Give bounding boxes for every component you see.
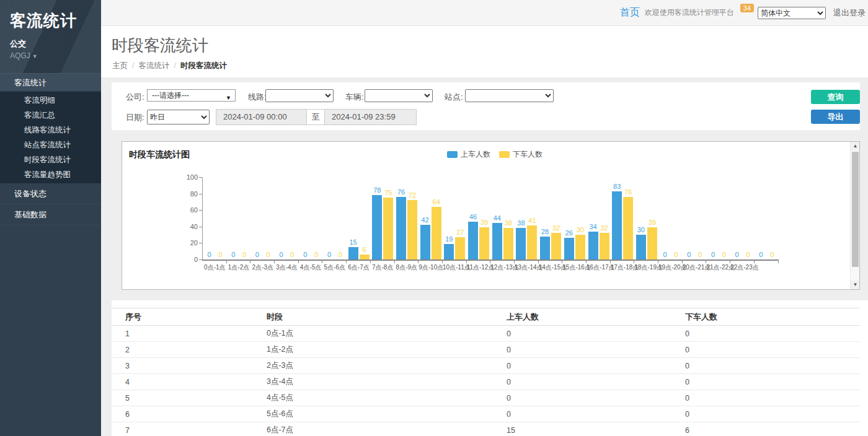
bar-value-label: 76 [623, 188, 633, 196]
sidebar-item-4[interactable]: 时段客流统计 [0, 152, 101, 167]
table-cell: 0 [671, 326, 860, 342]
language-select[interactable]: 简体中文 [758, 7, 826, 19]
date-from-input[interactable]: 2024-01-09 00:00 [216, 109, 307, 125]
sidebar-section-device-status[interactable]: 设备状态 [0, 183, 101, 204]
org-code-dropdown[interactable]: AQGJ▼ [10, 51, 101, 60]
table-cell: 5 [112, 390, 253, 406]
bar-group-7: 78757点-8点 [371, 177, 395, 259]
table-cell: 0 [671, 374, 860, 390]
sidebar-item-0[interactable]: 客流明细 [0, 93, 101, 108]
sidebar-section-base-data[interactable]: 基础数据 [0, 204, 101, 225]
bar-group-12: 443812点-13点 [490, 177, 515, 259]
bar-boarding [492, 223, 502, 259]
sidebar-item-3[interactable]: 站点客流统计 [0, 137, 101, 152]
home-link[interactable]: 首页 [620, 6, 640, 19]
bar-value-label: 41 [527, 217, 537, 224]
bar-value-label: 0 [719, 251, 729, 258]
bar-alighting [647, 227, 657, 259]
query-button[interactable]: 查询 [811, 90, 860, 104]
chart-scrollbar: ▲ ▼ [850, 142, 859, 289]
bar-group-1: 001点-2点 [227, 177, 251, 259]
table-header-cell: 时段 [253, 308, 493, 326]
table-cell: 0 [493, 374, 671, 390]
table-cell: 6点-7点 [253, 422, 493, 436]
sidebar-section-passenger-stats[interactable]: 客流统计 [0, 73, 101, 92]
bar-value-label: 44 [492, 214, 502, 222]
company-select[interactable]: ---请选择--- ▼ [147, 89, 236, 102]
breadcrumb-parent[interactable]: 客流统计 [138, 61, 169, 70]
table-cell: 7 [112, 422, 253, 436]
notification-badge[interactable]: 34 [740, 4, 754, 12]
sidebar-item-1[interactable]: 客流汇总 [0, 108, 101, 123]
bar-group-10: 192710点-11点 [443, 177, 467, 259]
table-header-cell: 下车人数 [671, 308, 860, 326]
bar-alighting [551, 233, 561, 259]
table-cell: 5点-6点 [253, 406, 493, 422]
bar-value-label: 0 [324, 251, 334, 258]
bar-group-17: 837617点-18点 [611, 177, 635, 259]
x-axis-label: 2点-3点 [250, 263, 275, 272]
vehicle-select[interactable] [365, 89, 433, 102]
x-axis-label: 18点-19点 [634, 263, 658, 272]
chart-panel: 时段车流统计图 上车人数 下车人数 000点-1点001点-2点002点-3点0… [122, 141, 860, 290]
bar-group-6: 1566点-7点 [347, 177, 371, 259]
y-tick-mark [199, 243, 202, 243]
bar-value-label: 64 [432, 198, 441, 206]
sidebar-logo-area: 客流统计 公交 AQGJ▼ [0, 0, 101, 73]
table-header-cell: 序号 [112, 308, 253, 326]
bar-boarding [444, 244, 454, 259]
y-tick-mark [199, 210, 202, 211]
bar-boarding [540, 237, 550, 259]
x-axis-label: 13点-14点 [515, 263, 539, 272]
station-select[interactable] [465, 89, 554, 102]
table-cell: 0 [671, 358, 860, 374]
x-axis-label: 6点-7点 [347, 263, 371, 272]
line-select[interactable] [265, 89, 334, 102]
bar-value-label: 0 [660, 251, 670, 258]
bar-value-label: 32 [600, 224, 609, 232]
bar-value-label: 32 [551, 224, 561, 232]
scroll-up-arrow-icon[interactable]: ▲ [851, 142, 860, 150]
bar-value-label: 76 [396, 188, 406, 196]
x-axis-label: 21点-22点 [706, 263, 730, 272]
welcome-text: 欢迎使用客流统计管理平台 [645, 7, 734, 18]
bar-boarding [612, 191, 622, 259]
bar-value-label: 83 [612, 183, 622, 190]
y-tick-label: 100 [182, 173, 198, 181]
x-axis-label: 20点-21点 [683, 263, 707, 272]
bar-value-label: 0 [756, 251, 766, 258]
table-cell: 0 [493, 326, 671, 342]
bar-value-label: 39 [647, 219, 657, 226]
table-cell: 4点-5点 [253, 390, 493, 406]
x-axis-label: 7点-8点 [371, 263, 395, 272]
breadcrumb-current: 时段客流统计 [180, 61, 227, 70]
sidebar-item-5[interactable]: 客流量趋势图 [0, 167, 101, 182]
bar-value-label: 0 [288, 251, 298, 258]
company-select-value: ---请选择--- [152, 91, 189, 100]
topbar: 首页 欢迎使用客流统计管理平台 34 简体中文 退出登录 [101, 0, 868, 26]
x-axis-label: 8点-9点 [395, 263, 419, 272]
scrollbar-thumb[interactable] [852, 152, 859, 267]
scroll-down-arrow-icon[interactable]: ▼ [851, 281, 860, 289]
table-cell: 0 [493, 342, 671, 358]
x-axis-label: 1点-2点 [227, 263, 251, 272]
bar-value-label: 0 [695, 251, 705, 258]
breadcrumb-home[interactable]: 主页 [112, 61, 128, 70]
app-title: 客流统计 [10, 10, 101, 32]
table-header-row: 序号时段上车人数下车人数 [112, 308, 860, 326]
x-axis-label: 3点-4点 [275, 263, 299, 272]
bar-boarding [636, 235, 646, 259]
sidebar-item-2[interactable]: 线路客流统计 [0, 123, 101, 137]
bar-groups: 000点-1点001点-2点002点-3点003点-4点004点-5点005点-… [203, 177, 779, 259]
bar-boarding [348, 247, 358, 259]
org-name: 公交 [10, 38, 101, 50]
logout-link[interactable]: 退出登录 [833, 7, 866, 19]
date-to-input[interactable]: 2024-01-09 23:59 [324, 109, 417, 125]
bar-group-23: 0023点-24点 [755, 177, 779, 259]
date-preset-select[interactable]: 昨日 [147, 110, 210, 124]
bar-value-label: 26 [564, 229, 574, 237]
bar-value-label: 42 [420, 216, 430, 224]
bar-group-20: 0020点-21点 [683, 177, 707, 259]
export-button[interactable]: 导出 [811, 110, 860, 124]
table-row: 21点-2点00 [112, 342, 860, 358]
